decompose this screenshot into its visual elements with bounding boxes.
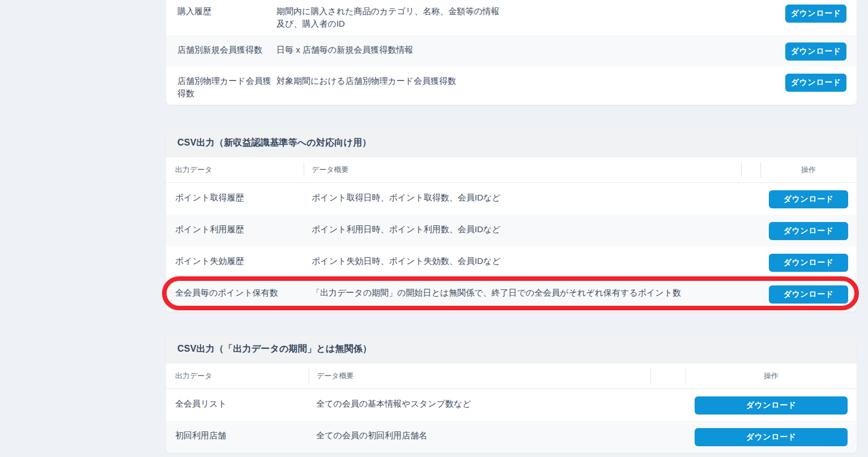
- row-name: 全会員リスト: [166, 389, 309, 410]
- column-header-empty: [741, 157, 760, 182]
- section-title: CSV出力（「出力データの期間」とは無関係）: [177, 343, 372, 355]
- table-row-purchase-history: 購入履歴 期間内に購入された商品のカテゴリ、名称、金額等の情報 及び、購入者のI…: [166, 0, 857, 35]
- row-summary: 全ての会員の初回利用店舗名: [309, 421, 650, 442]
- column-header-data: 出力データ: [166, 157, 304, 182]
- row-action-cell: ダウンロード: [760, 246, 857, 272]
- row-name: 店舗別新規会員獲得数: [166, 35, 276, 56]
- row-name: 初回利用店舗: [166, 421, 309, 442]
- row-name: ポイント取得履歴: [166, 183, 304, 204]
- report-download-table-card: 購入履歴 期間内に購入された商品のカテゴリ、名称、金額等の情報 及び、購入者のI…: [166, 0, 857, 105]
- row-spacer: [741, 183, 760, 191]
- row-summary: 「出力データの期間」の開始日とは無関係で、終了日での全会員がそれぞれ保有するポイ…: [304, 278, 741, 299]
- row-action-cell: ダウンロード: [760, 215, 857, 240]
- column-header-action: 操作: [760, 157, 857, 182]
- column-header-empty: [650, 364, 686, 388]
- row-spacer: [741, 246, 760, 255]
- section-title-bar: CSV出力（「出力データの期間」とは無関係）: [166, 335, 857, 364]
- column-header-action: 操作: [686, 364, 857, 388]
- row-action-cell: ダウンロード: [775, 35, 857, 61]
- table-row-new-members-by-store: 店舗別新規会員獲得数 日毎 x 店舗毎の新規会員獲得数情報 ダウンロード: [166, 35, 857, 66]
- row-spacer: [650, 389, 686, 398]
- download-button[interactable]: ダウンロード: [785, 42, 846, 61]
- row-name: ポイント利用履歴: [166, 215, 304, 236]
- table-header-row: 出力データ データ概要 操作: [166, 157, 857, 183]
- row-name: 購入履歴: [166, 0, 276, 18]
- row-action-cell: ダウンロード: [775, 66, 857, 92]
- table-row-first-visit-store: 初回利用店舗 全ての会員の初回利用店舗名 ダウンロード: [166, 421, 857, 453]
- row-summary: ポイント取得日時、ポイント取得数、会員IDなど: [304, 183, 741, 204]
- row-spacer: [650, 421, 686, 429]
- download-button[interactable]: ダウンロード: [769, 254, 848, 272]
- download-button[interactable]: ダウンロード: [769, 222, 848, 240]
- download-button[interactable]: ダウンロード: [769, 285, 848, 304]
- column-header-summary: データ概要: [304, 157, 741, 182]
- row-action-cell: ダウンロード: [760, 183, 857, 208]
- csv-export-anytime-card: CSV出力（「出力データの期間」とは無関係） 出力データ データ概要 操作 全会…: [166, 335, 857, 453]
- row-action-cell: ダウンロード: [775, 0, 857, 23]
- table-row-all-members-list: 全会員リスト 全ての会員の基本情報やスタンプ数など ダウンロード: [166, 389, 857, 421]
- table-row-point-balance-all-members: 全会員毎のポイント保有数 「出力データの期間」の開始日とは無関係で、終了日での全…: [166, 278, 857, 311]
- csv-export-revenue-card: CSV出力（新収益認識基準等への対応向け用） 出力データ データ概要 操作 ポイ…: [166, 129, 857, 311]
- download-button[interactable]: ダウンロード: [785, 74, 846, 92]
- row-action-cell: ダウンロード: [760, 278, 857, 304]
- column-header-data: 出力データ: [166, 364, 309, 388]
- row-summary: ポイント利用日時、ポイント利用数、会員IDなど: [304, 215, 741, 236]
- section-title-bar: CSV出力（新収益認識基準等への対応向け用）: [166, 129, 857, 157]
- table-row-point-usage-history: ポイント利用履歴 ポイント利用日時、ポイント利用数、会員IDなど ダウンロード: [166, 215, 857, 246]
- download-button[interactable]: ダウンロード: [785, 5, 846, 23]
- section-title: CSV出力（新収益認識基準等への対応向け用）: [177, 137, 371, 149]
- row-name: ポイント失効履歴: [166, 246, 304, 267]
- download-button[interactable]: ダウンロード: [695, 428, 848, 446]
- row-summary: 日毎 x 店舗毎の新規会員獲得数情報: [276, 35, 775, 56]
- table-row-point-expiration-history: ポイント失効履歴 ポイント失効日時、ポイント失効数、会員IDなど ダウンロード: [166, 246, 857, 278]
- row-action-cell: ダウンロード: [686, 389, 857, 415]
- row-summary: 全ての会員の基本情報やスタンプ数など: [309, 389, 650, 410]
- row-summary: ポイント失効日時、ポイント失効数、会員IDなど: [304, 246, 741, 267]
- row-summary: 対象期間における店舗別物理カード会員獲得数: [276, 66, 775, 87]
- table-header-row: 出力データ データ概要 操作: [166, 364, 857, 389]
- row-spacer: [741, 215, 760, 223]
- row-summary: 期間内に購入された商品のカテゴリ、名称、金額等の情報 及び、購入者のID: [276, 0, 775, 30]
- table-row-point-acquisition-history: ポイント取得履歴 ポイント取得日時、ポイント取得数、会員IDなど ダウンロード: [166, 183, 857, 215]
- row-spacer: [741, 278, 760, 287]
- table-row-physical-card-members-by-store: 店舗別物理カード会員獲得数 対象期間における店舗別物理カード会員獲得数 ダウンロ…: [166, 66, 857, 105]
- download-button[interactable]: ダウンロード: [769, 190, 848, 208]
- row-name: 店舗別物理カード会員獲得数: [166, 66, 276, 100]
- download-button[interactable]: ダウンロード: [695, 396, 848, 415]
- column-header-summary: データ概要: [309, 364, 650, 388]
- csv-export-page: 購入履歴 期間内に購入された商品のカテゴリ、名称、金額等の情報 及び、購入者のI…: [0, 0, 868, 457]
- row-name: 全会員毎のポイント保有数: [166, 278, 304, 299]
- row-action-cell: ダウンロード: [686, 421, 857, 446]
